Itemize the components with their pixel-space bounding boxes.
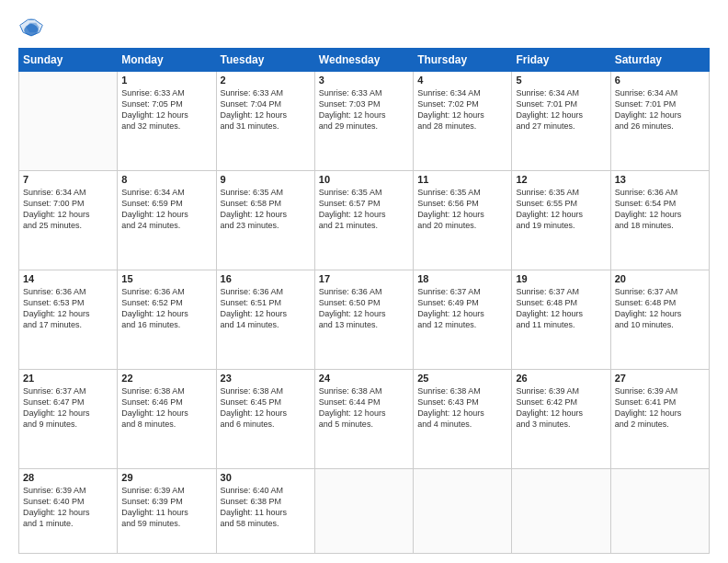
day-info: Sunrise: 6:35 AM Sunset: 6:57 PM Dayligh…: [319, 187, 409, 232]
week-row-4: 21Sunrise: 6:37 AM Sunset: 6:47 PM Dayli…: [19, 369, 710, 468]
header-row: SundayMondayTuesdayWednesdayThursdayFrid…: [19, 49, 710, 72]
day-number: 20: [615, 273, 705, 284]
day-cell: 12Sunrise: 6:35 AM Sunset: 6:55 PM Dayli…: [512, 170, 610, 270]
day-info: Sunrise: 6:34 AM Sunset: 6:59 PM Dayligh…: [121, 187, 211, 232]
day-info: Sunrise: 6:38 AM Sunset: 6:43 PM Dayligh…: [417, 385, 507, 431]
day-number: 17: [319, 273, 409, 284]
day-info: Sunrise: 6:38 AM Sunset: 6:44 PM Dayligh…: [319, 385, 409, 431]
day-number: 25: [417, 373, 507, 384]
header: [18, 15, 710, 40]
col-header-monday: Monday: [118, 49, 216, 72]
col-header-wednesday: Wednesday: [314, 49, 413, 72]
day-number: 24: [319, 373, 409, 384]
day-info: Sunrise: 6:34 AM Sunset: 7:02 PM Dayligh…: [417, 87, 507, 132]
day-info: Sunrise: 6:34 AM Sunset: 7:00 PM Dayligh…: [23, 187, 113, 232]
week-row-2: 7Sunrise: 6:34 AM Sunset: 7:00 PM Daylig…: [19, 170, 710, 270]
day-info: Sunrise: 6:39 AM Sunset: 6:39 PM Dayligh…: [121, 485, 211, 530]
day-cell: 4Sunrise: 6:34 AM Sunset: 7:02 PM Daylig…: [414, 72, 512, 171]
day-number: 29: [121, 472, 211, 483]
day-cell: 20Sunrise: 6:37 AM Sunset: 6:48 PM Dayli…: [610, 270, 709, 369]
day-number: 27: [615, 373, 705, 384]
day-number: 1: [121, 75, 211, 86]
day-cell: 24Sunrise: 6:38 AM Sunset: 6:44 PM Dayli…: [314, 369, 413, 468]
day-info: Sunrise: 6:36 AM Sunset: 6:51 PM Dayligh…: [221, 286, 311, 331]
day-cell: [610, 468, 709, 553]
day-info: Sunrise: 6:34 AM Sunset: 7:01 PM Dayligh…: [516, 87, 606, 132]
day-number: 30: [221, 472, 311, 483]
day-info: Sunrise: 6:40 AM Sunset: 6:38 PM Dayligh…: [221, 485, 311, 530]
day-cell: 29Sunrise: 6:39 AM Sunset: 6:39 PM Dayli…: [118, 468, 216, 553]
day-cell: 25Sunrise: 6:38 AM Sunset: 6:43 PM Dayli…: [414, 369, 512, 468]
day-number: 16: [221, 273, 311, 284]
day-cell: 2Sunrise: 6:33 AM Sunset: 7:04 PM Daylig…: [216, 72, 314, 171]
day-number: 28: [23, 472, 113, 483]
day-cell: 7Sunrise: 6:34 AM Sunset: 7:00 PM Daylig…: [19, 170, 118, 270]
day-cell: [512, 468, 610, 553]
day-info: Sunrise: 6:36 AM Sunset: 6:54 PM Dayligh…: [615, 187, 705, 232]
day-number: 18: [417, 273, 507, 284]
day-number: 15: [121, 273, 211, 284]
day-number: 10: [319, 174, 409, 185]
day-cell: 30Sunrise: 6:40 AM Sunset: 6:38 PM Dayli…: [216, 468, 314, 553]
day-info: Sunrise: 6:33 AM Sunset: 7:03 PM Dayligh…: [319, 87, 409, 132]
day-number: 14: [23, 273, 113, 284]
day-info: Sunrise: 6:37 AM Sunset: 6:47 PM Dayligh…: [23, 385, 113, 431]
day-cell: [414, 468, 512, 553]
day-number: 12: [516, 174, 606, 185]
day-cell: [314, 468, 413, 553]
day-number: 3: [319, 75, 409, 86]
day-info: Sunrise: 6:39 AM Sunset: 6:41 PM Dayligh…: [615, 385, 705, 431]
day-cell: 9Sunrise: 6:35 AM Sunset: 6:58 PM Daylig…: [216, 170, 314, 270]
day-info: Sunrise: 6:35 AM Sunset: 6:55 PM Dayligh…: [516, 187, 606, 232]
day-number: 13: [615, 174, 705, 185]
day-info: Sunrise: 6:35 AM Sunset: 6:58 PM Dayligh…: [221, 187, 311, 232]
day-info: Sunrise: 6:39 AM Sunset: 6:42 PM Dayligh…: [516, 385, 606, 431]
day-cell: 11Sunrise: 6:35 AM Sunset: 6:56 PM Dayli…: [414, 170, 512, 270]
calendar-table: SundayMondayTuesdayWednesdayThursdayFrid…: [18, 48, 710, 554]
day-number: 5: [516, 75, 606, 86]
day-number: 9: [221, 174, 311, 185]
day-info: Sunrise: 6:39 AM Sunset: 6:40 PM Dayligh…: [23, 485, 113, 530]
day-cell: 3Sunrise: 6:33 AM Sunset: 7:03 PM Daylig…: [314, 72, 413, 171]
day-cell: 6Sunrise: 6:34 AM Sunset: 7:01 PM Daylig…: [610, 72, 709, 171]
day-number: 7: [23, 174, 113, 185]
logo-icon: [18, 15, 44, 40]
day-info: Sunrise: 6:36 AM Sunset: 6:52 PM Dayligh…: [121, 286, 211, 331]
day-info: Sunrise: 6:33 AM Sunset: 7:05 PM Dayligh…: [121, 87, 211, 132]
day-number: 26: [516, 373, 606, 384]
day-number: 8: [121, 174, 211, 185]
col-header-friday: Friday: [512, 49, 610, 72]
day-cell: 19Sunrise: 6:37 AM Sunset: 6:48 PM Dayli…: [512, 270, 610, 369]
week-row-3: 14Sunrise: 6:36 AM Sunset: 6:53 PM Dayli…: [19, 270, 710, 369]
col-header-sunday: Sunday: [19, 49, 118, 72]
day-cell: 13Sunrise: 6:36 AM Sunset: 6:54 PM Dayli…: [610, 170, 709, 270]
day-cell: [19, 72, 118, 171]
day-info: Sunrise: 6:33 AM Sunset: 7:04 PM Dayligh…: [221, 87, 311, 132]
col-header-thursday: Thursday: [414, 49, 512, 72]
logo: [18, 15, 48, 40]
day-number: 23: [221, 373, 311, 384]
day-number: 11: [417, 174, 507, 185]
day-cell: 14Sunrise: 6:36 AM Sunset: 6:53 PM Dayli…: [19, 270, 118, 369]
page: SundayMondayTuesdayWednesdayThursdayFrid…: [0, 0, 728, 563]
day-cell: 22Sunrise: 6:38 AM Sunset: 6:46 PM Dayli…: [118, 369, 216, 468]
day-cell: 10Sunrise: 6:35 AM Sunset: 6:57 PM Dayli…: [314, 170, 413, 270]
day-info: Sunrise: 6:35 AM Sunset: 6:56 PM Dayligh…: [417, 187, 507, 232]
day-cell: 1Sunrise: 6:33 AM Sunset: 7:05 PM Daylig…: [118, 72, 216, 171]
week-row-1: 1Sunrise: 6:33 AM Sunset: 7:05 PM Daylig…: [19, 72, 710, 171]
day-cell: 23Sunrise: 6:38 AM Sunset: 6:45 PM Dayli…: [216, 369, 314, 468]
day-number: 22: [121, 373, 211, 384]
day-cell: 28Sunrise: 6:39 AM Sunset: 6:40 PM Dayli…: [19, 468, 118, 553]
day-info: Sunrise: 6:36 AM Sunset: 6:53 PM Dayligh…: [23, 286, 113, 331]
day-cell: 15Sunrise: 6:36 AM Sunset: 6:52 PM Dayli…: [118, 270, 216, 369]
col-header-tuesday: Tuesday: [216, 49, 314, 72]
day-info: Sunrise: 6:37 AM Sunset: 6:49 PM Dayligh…: [417, 286, 507, 331]
col-header-saturday: Saturday: [610, 49, 709, 72]
week-row-5: 28Sunrise: 6:39 AM Sunset: 6:40 PM Dayli…: [19, 468, 710, 553]
day-cell: 21Sunrise: 6:37 AM Sunset: 6:47 PM Dayli…: [19, 369, 118, 468]
day-cell: 27Sunrise: 6:39 AM Sunset: 6:41 PM Dayli…: [610, 369, 709, 468]
day-cell: 5Sunrise: 6:34 AM Sunset: 7:01 PM Daylig…: [512, 72, 610, 171]
day-cell: 16Sunrise: 6:36 AM Sunset: 6:51 PM Dayli…: [216, 270, 314, 369]
day-number: 19: [516, 273, 606, 284]
day-info: Sunrise: 6:38 AM Sunset: 6:46 PM Dayligh…: [121, 385, 211, 431]
